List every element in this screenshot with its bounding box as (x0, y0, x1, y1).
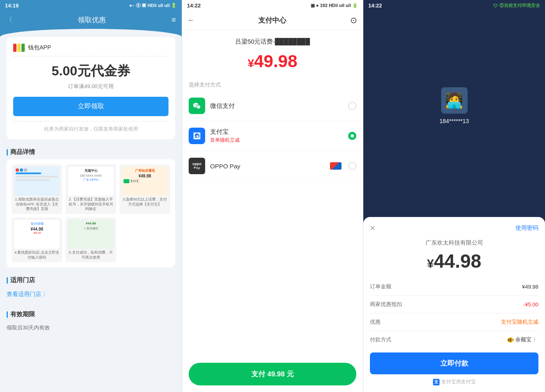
alipay-radio[interactable] (348, 132, 356, 140)
section-stores: 适用门店 (0, 272, 182, 287)
content-1: 钱包APP 5.00元代金券 订单满49.00元可用 立即领取 此券为商家自行发… (0, 29, 182, 392)
detail-divider-3 (370, 331, 538, 331)
page-title-2: 支付中心 (258, 16, 286, 25)
section-detail: 商品详情 (0, 144, 182, 159)
step-item-3: 广州仙乐通讯 ¥49.98 支付宝 3.选择50元以上话费，支付方式选择【支付宝… (119, 164, 170, 214)
wechat-radio[interactable] (348, 102, 356, 110)
security-icon: 🛡 (493, 3, 498, 8)
status-bar-2: 14:22 ▣ ● 192 HDil ull ull 🔋 (182, 0, 363, 11)
panel2-payment-center: 14:22 ▣ ● 192 HDil ull ull 🔋 ← 支付中心 ⊙ 吕梁… (182, 0, 363, 392)
status-icons-2: ▣ ● 192 HDil ull ull 🔋 (311, 3, 358, 8)
step-label-1: 1.领取优惠券后返回桌面点击钱包APP, 首页进入【话费充值】页面 (14, 197, 60, 212)
close-button[interactable]: × (370, 224, 375, 233)
step-label-2: 2.【话费充值】页面输入手机号，并开锁锁对应手机号码验证 (68, 197, 114, 212)
alipay-name-block: 支付宝 首单随机立减 (210, 128, 348, 144)
step-item-1: 1.领取优惠券后返回桌面点击钱包APP, 首页进入【话费充值】页面 (12, 164, 62, 214)
nav-bar-2: ← 支付中心 ⊙ (182, 11, 363, 30)
pay-method-alipay[interactable]: 支付宝 首单随机立减 (182, 121, 363, 151)
user-section: 🧑‍💻 184******13 (363, 11, 545, 217)
detail-row-payment-method: 付款方式 🐠 余额宝 〉 (370, 334, 538, 346)
pay-bottom: 支付 49.98 元 (182, 356, 363, 392)
stores-section: 查看适用门店 〉 (7, 287, 175, 301)
section-stores-label: 适用门店 (10, 276, 35, 284)
status-bar-3: 14:22 🛡 ⑤当前支付环境安全 (363, 0, 545, 11)
order-title: 吕梁50元话费-████████ (189, 38, 356, 46)
time-2: 14:22 (187, 2, 201, 9)
order-info: 吕梁50元话费-████████ ¥49.98 (182, 30, 363, 77)
balance-icon: 🐠 (507, 336, 514, 343)
settings-icon-2[interactable]: ⊙ (350, 15, 357, 25)
pay-method-wechat[interactable]: 微信支付 (182, 91, 363, 121)
oppo-radio[interactable] (348, 162, 356, 170)
payment-method-value[interactable]: 🐠 余额宝 〉 (507, 336, 538, 343)
step-label-3: 3.选择50元以上话费，支付方式选择【支付宝】 (122, 197, 168, 207)
wallet-logo (13, 44, 25, 52)
step-item-5: ¥44.98 ✓ 支付成功 5.支付成功，拓和消费，不可再次使用 (65, 217, 116, 262)
pay-now-button[interactable]: 立即付款 (370, 352, 538, 374)
alipay-sub-label: 首单随机立减 (210, 137, 348, 144)
step-thumb-3: 广州仙乐通讯 ¥49.98 支付宝 (122, 167, 168, 196)
merchant-discount-value: -¥5.00 (523, 301, 538, 308)
alipay-note-text: 支付宝用支付宝 (441, 378, 476, 385)
discount-value: 支付宝随机立减 (501, 318, 538, 326)
detail-rows: 订单金额 ¥49.98 商家优惠抵扣 -¥5.00 优惠 支付宝随机立减 付款方… (370, 280, 538, 346)
logo-stripe-red (13, 44, 16, 52)
pay-method-title: 选择支付方式 (182, 77, 363, 91)
use-password-link[interactable]: 使用密码 (515, 224, 538, 232)
wechat-icon (189, 98, 205, 114)
yen-symbol-3: ¥ (427, 257, 434, 270)
oppo-icon: oppoPay (189, 158, 205, 174)
coupon-condition: 订单满49.00元可用 (13, 83, 168, 90)
oppo-name-block: OPPO Pay (210, 163, 330, 170)
order-amount-label: 订单金额 (370, 283, 391, 290)
pay-method-oppo[interactable]: oppoPay OPPO Pay (182, 151, 363, 181)
panel1-wallet-coupon: 14:19 ●○ ⓢ ▣ HDil ull ull 🔋 〈 领取优惠 ≡ 钱包A… (0, 0, 182, 392)
payment-amount-value: 44.98 (434, 250, 481, 272)
payment-method-label: 付款方式 (370, 336, 391, 343)
user-id: 184******13 (440, 118, 469, 124)
oppo-label: OPPO Pay (210, 163, 330, 170)
order-amount-value: ¥49.98 (522, 284, 538, 290)
pay-total-button[interactable]: 支付 49.98 元 (189, 363, 356, 385)
logo-stripe-green (21, 44, 25, 52)
back-button-1[interactable]: 〈 (6, 16, 12, 24)
signal-icon: ●○ ⓢ ▣ HDil ull ull 🔋 (129, 2, 177, 9)
pay-method-list: 微信支付 支付宝 首单随机立减 oppoPay OPPO Pay (182, 91, 363, 181)
signal-icon-2: ▣ ● 192 HDil ull ull 🔋 (311, 3, 358, 8)
time-1: 14:19 (5, 2, 19, 9)
alipay-icon (189, 128, 205, 144)
security-badge: 🛡 ⑤当前支付环境安全 (493, 2, 540, 9)
status-bar-1: 14:19 ●○ ⓢ ▣ HDil ull ull 🔋 (0, 0, 182, 11)
nav-bar-1: 〈 领取优惠 ≡ (0, 11, 182, 29)
validity-section: 领取后30天内有效 (7, 322, 175, 334)
payment-sheet: × 使用密码 广东欢太科技有限公司 ¥44.98 订单金额 ¥49.98 商家优… (363, 217, 545, 392)
panel3-alipay-confirm: 14:22 🛡 ⑤当前支付环境安全 🧑‍💻 184******13 × 使用密码… (363, 0, 545, 392)
page-title-1: 领取优惠 (78, 15, 106, 25)
claim-button[interactable]: 立即领取 (13, 97, 168, 116)
store-link[interactable]: 查看适用门店 〉 (7, 287, 175, 301)
back-button-2[interactable]: ← (188, 16, 194, 24)
wave-decoration (0, 29, 182, 37)
wallet-name: 钱包APP (28, 44, 51, 51)
section-bar-validity-icon (7, 311, 8, 318)
detail-divider-1 (370, 295, 538, 296)
coupon-card: 钱包APP 5.00元代金券 订单满49.00元可用 立即领取 此券为商家自行发… (7, 37, 175, 139)
detail-divider-2 (370, 313, 538, 313)
steps-grid: 1.领取优惠券后返回桌面点击钱包APP, 首页进入【话费充值】页面 充值中心 1… (7, 159, 175, 267)
validity-text: 领取后30天内有效 (7, 322, 175, 334)
detail-row-discount: 优惠 支付宝随机立减 (370, 316, 538, 328)
amount-value: 49.98 (254, 51, 297, 71)
logo-stripe-yellow (17, 44, 21, 52)
payment-amount: ¥44.98 (370, 250, 538, 272)
card-icon (330, 162, 342, 170)
section-detail-label: 商品详情 (10, 148, 35, 156)
wallet-header: 钱包APP (13, 44, 168, 56)
step-thumb-5: ¥44.98 ✓ 支付成功 (68, 220, 114, 249)
order-amount: ¥49.98 (189, 51, 356, 71)
step-thumb-1 (14, 167, 60, 196)
menu-icon-1[interactable]: ≡ (171, 16, 176, 24)
avatar: 🧑‍💻 (441, 87, 468, 114)
coupon-amount: 5.00元代金券 (13, 62, 168, 80)
time-3: 14:22 (368, 2, 382, 9)
step-thumb-2: 充值中心 150 XXXX XXXX 广东·OPPO (68, 167, 114, 196)
